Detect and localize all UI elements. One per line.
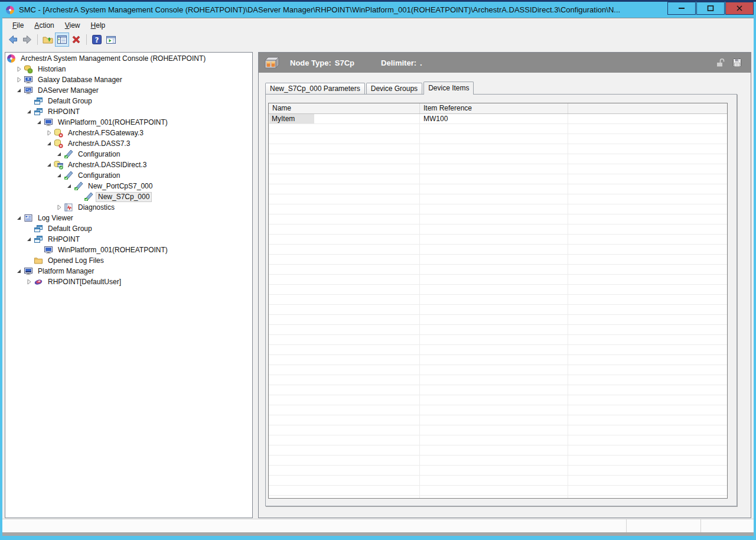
tree-item-configuration[interactable]: Configuration bbox=[5, 149, 252, 160]
name-value[interactable]: MyItem bbox=[269, 114, 314, 123]
node-group-icon bbox=[34, 107, 43, 116]
expander-collapsed-icon[interactable] bbox=[24, 277, 34, 287]
log-viewer-icon bbox=[24, 213, 33, 223]
forward-button[interactable] bbox=[20, 32, 34, 47]
cell-name bbox=[269, 245, 420, 254]
cell-blank bbox=[568, 445, 727, 455]
expander-expanded-icon[interactable] bbox=[44, 139, 54, 148]
platform-node-icon bbox=[44, 245, 53, 255]
tab-device-groups[interactable]: Device Groups bbox=[366, 83, 422, 94]
cell-name bbox=[269, 124, 420, 134]
expander-expanded-icon[interactable] bbox=[14, 213, 24, 223]
expander-collapsed-icon[interactable] bbox=[44, 128, 54, 138]
column-header-blank[interactable] bbox=[568, 103, 727, 113]
tree-item-log-viewer[interactable]: Log Viewer bbox=[5, 213, 252, 223]
tree-item-archestra-dass7-3[interactable]: ArchestrA.DASS7.3 bbox=[5, 138, 252, 149]
cell-blank bbox=[568, 375, 727, 385]
tree-item-winplatform-001-roheatpoint[interactable]: WinPlatform_001(ROHEATPOINT) bbox=[5, 117, 252, 128]
tree-item-new-portcps7-000[interactable]: New_PortCpS7_000 bbox=[5, 181, 252, 191]
cell-name bbox=[269, 486, 420, 495]
help-button[interactable]: ? bbox=[90, 32, 104, 47]
menu-help[interactable]: Help bbox=[86, 19, 111, 31]
platform-manager-icon bbox=[24, 266, 33, 276]
delete-button[interactable] bbox=[69, 32, 83, 47]
app-icon bbox=[5, 5, 15, 15]
console-tree[interactable]: ArchestrA System Management Console (ROH… bbox=[5, 52, 253, 518]
expander-collapsed-icon[interactable] bbox=[14, 64, 24, 74]
show-console-tree-button[interactable] bbox=[55, 32, 69, 47]
title-bar[interactable]: SMC - [ArchestrA System Management Conso… bbox=[0, 2, 756, 18]
unlock-button[interactable] bbox=[715, 57, 726, 68]
table-row-empty bbox=[269, 476, 727, 486]
delimiter-value: . bbox=[420, 58, 422, 67]
expander-collapsed-icon[interactable] bbox=[54, 203, 64, 212]
expander-expanded-icon[interactable] bbox=[54, 171, 64, 180]
tree-item-rhpoint-defaultuser[interactable]: RHPOINT[DefaultUser] bbox=[5, 276, 252, 287]
tree-item-label: Opened Log Files bbox=[46, 256, 106, 265]
expander-expanded-icon[interactable] bbox=[14, 266, 24, 276]
menu-action[interactable]: Action bbox=[29, 19, 59, 31]
tree-item-label: Log Viewer bbox=[36, 214, 75, 223]
expander-slot bbox=[74, 192, 84, 201]
tree-item-label: Galaxy Database Manager bbox=[36, 76, 124, 84]
column-header-item-reference[interactable]: Item Reference bbox=[420, 103, 568, 113]
up-one-level-button[interactable] bbox=[41, 32, 55, 47]
cell-item-reference[interactable]: MW100 bbox=[420, 114, 568, 123]
tree-item-rhpoint[interactable]: RHPOINT bbox=[5, 234, 252, 245]
cell-name bbox=[269, 144, 420, 154]
tab-new-s7cp-000-parameters[interactable]: New_S7Cp_000 Parameters bbox=[265, 83, 365, 94]
tree-item-archestra-system-management-console-roheatpoint[interactable]: ArchestrA System Management Console (ROH… bbox=[5, 53, 252, 64]
cell-blank bbox=[568, 154, 727, 164]
cell-item-reference bbox=[420, 184, 568, 194]
cell-name bbox=[269, 275, 420, 284]
tree-item-daserver-manager[interactable]: DAServer Manager bbox=[5, 85, 252, 96]
cell-blank bbox=[568, 285, 727, 294]
cell-name bbox=[269, 295, 420, 304]
expander-expanded-icon[interactable] bbox=[64, 181, 74, 191]
expander-expanded-icon[interactable] bbox=[14, 86, 24, 95]
cell-name bbox=[269, 235, 420, 244]
tree-item-galaxy-database-manager[interactable]: Galaxy Database Manager bbox=[5, 74, 252, 85]
window-controls bbox=[667, 2, 754, 15]
tree-item-rhpoint[interactable]: RHPOINT bbox=[5, 106, 252, 117]
tree-item-default-group[interactable]: Default Group bbox=[5, 223, 252, 234]
tree-item-diagnostics[interactable]: Diagnostics bbox=[5, 202, 252, 213]
properties-button[interactable] bbox=[104, 32, 118, 47]
tree-item-archestra-dassidirect-3[interactable]: ArchestrA.DASSIDirect.3 bbox=[5, 160, 252, 170]
menu-view[interactable]: View bbox=[60, 19, 86, 31]
cell-blank bbox=[568, 114, 727, 123]
table-row-empty bbox=[269, 335, 727, 345]
menu-file[interactable]: File bbox=[7, 19, 29, 31]
column-header-name[interactable]: Name bbox=[269, 103, 420, 113]
tab-device-items[interactable]: Device Items bbox=[423, 82, 474, 95]
table-row-empty bbox=[269, 395, 727, 405]
close-button[interactable] bbox=[725, 2, 754, 15]
delimiter-label: Delimiter: bbox=[381, 58, 416, 67]
tree-item-historian[interactable]: Historian bbox=[5, 64, 252, 74]
tree-item-platform-manager[interactable]: Platform Manager bbox=[5, 266, 252, 276]
save-button[interactable] bbox=[732, 57, 742, 68]
back-button[interactable] bbox=[6, 32, 20, 47]
expander-expanded-icon[interactable] bbox=[44, 160, 54, 170]
expander-expanded-icon[interactable] bbox=[24, 107, 34, 116]
table-row-empty bbox=[269, 255, 727, 265]
cell-name[interactable]: MyItem bbox=[269, 114, 420, 123]
tree-item-new-s7cp-000[interactable]: New_S7Cp_000 bbox=[5, 191, 252, 202]
galaxy-db-icon bbox=[24, 75, 33, 84]
expander-slot bbox=[24, 224, 34, 233]
tree-item-opened-log-files[interactable]: Opened Log Files bbox=[5, 255, 252, 266]
table-row[interactable]: MyItemMW100 bbox=[269, 114, 727, 124]
tree-item-configuration[interactable]: Configuration bbox=[5, 170, 252, 181]
expander-collapsed-icon[interactable] bbox=[14, 75, 24, 84]
expander-expanded-icon[interactable] bbox=[54, 149, 64, 159]
tree-item-default-group[interactable]: Default Group bbox=[5, 96, 252, 106]
minimize-button[interactable] bbox=[667, 2, 696, 15]
cell-blank bbox=[568, 235, 727, 244]
tree-item-winplatform-001-roheatpoint[interactable]: WinPlatform_001(ROHEATPOINT) bbox=[5, 245, 252, 255]
expander-expanded-icon[interactable] bbox=[34, 118, 44, 127]
expander-expanded-icon[interactable] bbox=[24, 235, 34, 244]
tree-item-archestra-fsgateway-3[interactable]: ArchestrA.FSGateway.3 bbox=[5, 128, 252, 138]
cell-blank bbox=[568, 124, 727, 134]
maximize-button[interactable] bbox=[696, 2, 725, 15]
cell-item-reference bbox=[420, 486, 568, 495]
